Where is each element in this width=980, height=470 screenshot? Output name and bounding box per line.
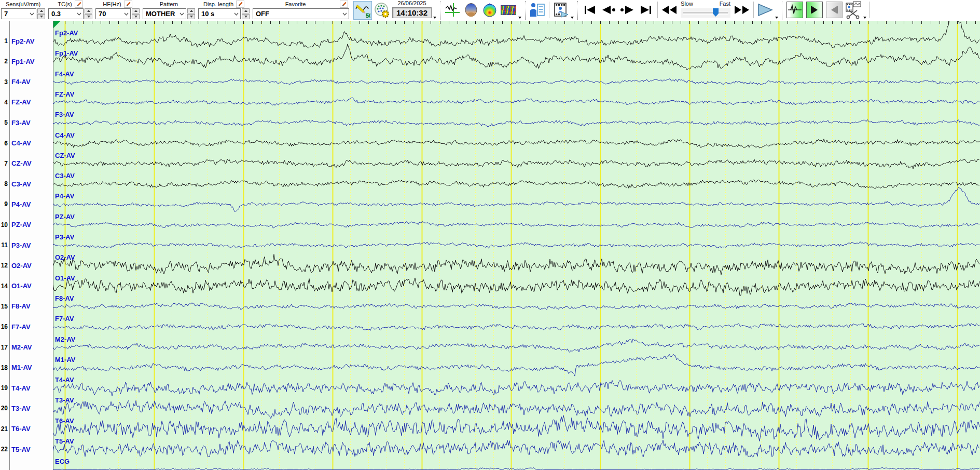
channel-row[interactable]: 10PZ-AV (0, 221, 53, 229)
pencil-icon (126, 2, 131, 7)
go-first-button[interactable] (581, 1, 599, 19)
datetime-dropdown-arrow[interactable] (433, 17, 436, 19)
tc-dropdown[interactable]: 0.3 (48, 8, 84, 19)
hf-spin-down[interactable] (132, 14, 140, 19)
channel-number: 5 (0, 119, 8, 126)
rewind-button[interactable] (660, 1, 678, 19)
arrow-up-icon (244, 10, 247, 12)
play-forward-button[interactable] (806, 2, 823, 18)
channel-row[interactable]: 9P4-AV (0, 200, 53, 208)
go-last-button[interactable] (637, 1, 655, 19)
fast-forward-button[interactable] (733, 1, 751, 19)
channel-row[interactable]: 7CZ-AV (0, 159, 53, 168)
disp-length-spin-down[interactable] (242, 14, 250, 19)
channel-row[interactable]: 19T4-AV (0, 384, 53, 392)
disp-length-edit-button[interactable] (236, 1, 244, 8)
pattern-dropdown[interactable]: MOTHER (143, 8, 186, 19)
play-dropdown-arrow[interactable] (775, 17, 778, 19)
clip-export-button[interactable] (845, 1, 862, 19)
pattern-value: MOTHER (146, 10, 175, 18)
channel-label: P4-AV (11, 200, 31, 208)
channel-row[interactable]: 11P3-AV (0, 241, 53, 249)
channel-row[interactable]: 1Fp2-AV (0, 37, 53, 45)
tc-group: TC(s) 0.3 (48, 1, 92, 19)
play-button[interactable] (756, 1, 774, 19)
speed-slider-thumb[interactable] (713, 8, 719, 17)
topo-map-button[interactable] (481, 1, 499, 19)
analysis-dropdown-arrow[interactable] (518, 17, 521, 19)
channel-row[interactable]: 3F4-AV (0, 78, 53, 86)
montage-settings-button[interactable] (373, 1, 391, 19)
review-trace-button[interactable] (786, 2, 803, 18)
tc-edit-button[interactable] (75, 1, 83, 8)
channel-row[interactable]: 15F8-AV (0, 302, 53, 311)
channel-number: 10 (0, 221, 8, 229)
disp-length-spin-up[interactable] (242, 8, 250, 14)
play-backward-button[interactable] (826, 2, 843, 18)
pattern-spin-up[interactable] (187, 8, 195, 14)
channel-row[interactable]: 21T6-AV (0, 425, 53, 433)
speed-slider-track[interactable] (681, 8, 730, 18)
skip-to-end-icon (640, 5, 652, 15)
channel-label: Fp1-AV (11, 58, 35, 65)
tc-spin-down[interactable] (85, 14, 92, 19)
channel-row[interactable]: 12O2-AV (0, 261, 53, 270)
pattern-spin-down[interactable] (187, 14, 195, 19)
electrode-head-gear-icon (374, 2, 390, 18)
channel-row[interactable]: 4FZ-AV (0, 98, 53, 106)
channel-number: 21 (0, 425, 8, 433)
toolbar: Sens(uV/mm) 7 TC(s) 0.3 (0, 0, 980, 21)
video-button[interactable] (552, 1, 570, 19)
sens-spin-up[interactable] (37, 8, 45, 14)
step-forward-button[interactable] (618, 1, 636, 19)
channel-row[interactable]: 6C4-AV (0, 139, 53, 147)
sens-spin-down[interactable] (37, 14, 45, 19)
channel-label: M2-AV (11, 343, 32, 351)
channel-row[interactable]: 8C3-AV (0, 180, 53, 188)
hf-spin-up[interactable] (132, 8, 140, 14)
hf-dropdown[interactable]: 70 (95, 8, 131, 19)
head-3d-button[interactable] (462, 1, 480, 19)
notch-filter-icon: 50 (355, 3, 370, 18)
favorite-edit-button[interactable] (340, 1, 348, 8)
step-back-button[interactable] (600, 1, 617, 19)
trace-analysis-button[interactable] (444, 1, 461, 19)
arrow-down-icon (190, 16, 193, 18)
channel-number: 2 (0, 58, 8, 65)
arrow-down-icon (244, 16, 247, 18)
favorite-dropdown[interactable]: OFF (253, 8, 349, 19)
channel-row[interactable]: 14O1-AV (0, 282, 53, 290)
waveform-area[interactable]: Fp2-AVFp1-AVF4-AVFZ-AVF3-AVC4-AVCZ-AVC3-… (53, 21, 980, 470)
dsa-spectrogram-button[interactable] (500, 1, 517, 19)
channel-row[interactable]: 22T5-AV (0, 445, 53, 453)
channel-row[interactable]: 5F3-AV (0, 118, 53, 127)
slider-groove (683, 12, 728, 15)
channel-label: CZ-AV (11, 159, 32, 167)
channel-row[interactable]: 18M1-AV (0, 364, 53, 372)
tc-spin-up[interactable] (85, 8, 92, 14)
channel-number: 6 (0, 140, 8, 147)
separator (753, 2, 754, 18)
channel-label: T5-AV (11, 446, 31, 453)
video-dropdown-arrow[interactable] (571, 17, 574, 19)
channel-row[interactable]: 17M2-AV (0, 343, 53, 352)
head-3d-icon (464, 3, 478, 17)
small-play-icon (810, 6, 819, 14)
hf-edit-button[interactable] (124, 1, 132, 8)
disp-length-dropdown[interactable]: 10 s (198, 8, 241, 19)
patient-info-button[interactable] (529, 1, 546, 19)
time-display[interactable]: 14:10:32 (392, 7, 432, 18)
notch-filter-button[interactable]: 50 (353, 1, 372, 20)
sens-group: Sens(uV/mm) 7 (1, 1, 45, 19)
eeg-canvas[interactable] (53, 21, 980, 470)
sens-dropdown[interactable]: 7 (1, 8, 36, 19)
channel-row[interactable]: 20T3-AV (0, 404, 53, 412)
waveform-cross-icon (445, 2, 460, 18)
clip-dropdown-arrow[interactable] (863, 17, 866, 19)
step-back-icon (601, 5, 616, 15)
channel-number: 15 (0, 303, 8, 310)
pencil-icon (76, 2, 81, 7)
channel-row[interactable]: 2Fp1-AV (0, 57, 53, 65)
pencil-icon (341, 2, 347, 7)
channel-row[interactable]: 16F7-AV (0, 323, 53, 331)
